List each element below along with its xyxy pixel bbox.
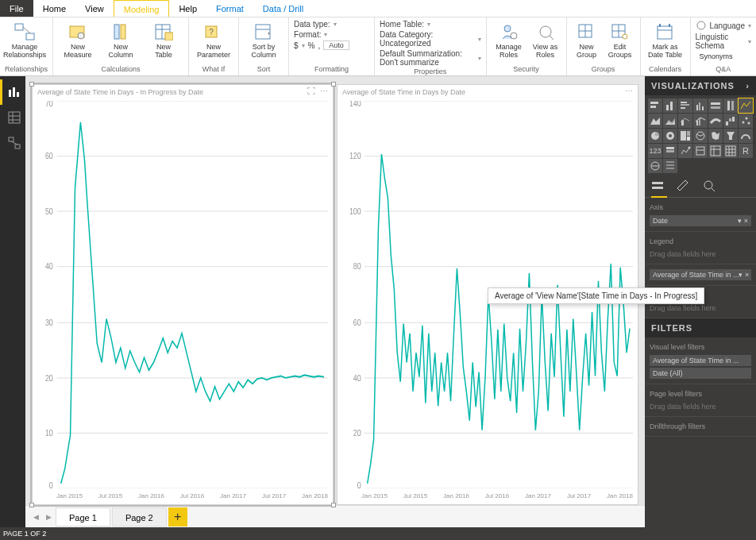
axis-field-item[interactable]: Date▾ × xyxy=(650,215,751,226)
page-filters-dropzone[interactable]: Drag data fields here xyxy=(650,400,751,413)
tab-modeling[interactable]: Modeling xyxy=(114,0,170,17)
language-dropdown[interactable]: Language▾ xyxy=(696,19,752,32)
kpi-icon[interactable] xyxy=(678,144,692,158)
gauge-icon[interactable] xyxy=(739,129,753,143)
svg-rect-109 xyxy=(711,146,720,156)
legend-dropzone[interactable]: Drag data fields here xyxy=(650,248,751,260)
new-column-button[interactable]: NewColumn xyxy=(101,19,141,60)
percent-button[interactable]: % xyxy=(308,41,315,50)
manage-roles-button[interactable]: ManageRoles xyxy=(492,19,526,60)
remove-field-icon[interactable]: × xyxy=(744,217,748,225)
visual-filter-item[interactable]: Average of State Time in ... xyxy=(650,355,751,366)
donut-icon[interactable] xyxy=(663,129,677,143)
values-field-item[interactable]: Average of State Time in ...▾ × xyxy=(650,269,751,280)
stacked-area-icon[interactable] xyxy=(663,114,677,128)
language-label: Language xyxy=(710,21,746,30)
group-calendars-title: Calendars xyxy=(646,65,685,74)
python-visual-icon[interactable] xyxy=(648,159,662,173)
stacked-bar-icon[interactable] xyxy=(648,98,662,113)
tab-format[interactable]: Format xyxy=(206,0,253,17)
default-summarization-dropdown[interactable]: Default Summarization: Don't summarize▾ xyxy=(380,48,480,68)
scatter-icon[interactable] xyxy=(739,114,753,128)
custom-visual-icon[interactable] xyxy=(663,159,677,173)
page-tab-2[interactable]: Page 2 xyxy=(112,507,167,526)
page-tab-1[interactable]: Page 1 xyxy=(56,507,110,526)
tab-file[interactable]: File xyxy=(0,0,33,17)
new-parameter-button[interactable]: ?NewParameter xyxy=(194,19,233,60)
card-icon[interactable]: 123 xyxy=(648,144,662,158)
model-view-button[interactable] xyxy=(0,130,25,156)
svg-point-25 xyxy=(623,34,627,39)
report-view-button[interactable] xyxy=(0,79,25,105)
new-measure-button[interactable]: NewMeasure xyxy=(58,19,98,60)
group-calculations-title: Calculations xyxy=(58,65,183,74)
comma-button[interactable]: , xyxy=(318,41,321,50)
focus-mode-icon[interactable]: ⛶ xyxy=(307,87,317,96)
line-stacked-column-icon[interactable] xyxy=(678,114,692,128)
field-tooltip: Average of 'View Name'[State Time in Day… xyxy=(488,287,704,304)
stacked-column-100-icon[interactable] xyxy=(723,98,738,113)
manage-roles-label: ManageRoles xyxy=(496,44,522,60)
resize-handle-icon[interactable] xyxy=(331,503,336,507)
collapse-icon[interactable]: › xyxy=(746,81,750,91)
decimal-places-input[interactable]: Auto xyxy=(323,40,349,50)
linguistic-schema-dropdown[interactable]: Linguistic Schema▾ xyxy=(696,32,752,51)
resize-handle-icon[interactable] xyxy=(331,82,336,87)
format-label: Format: xyxy=(294,30,321,39)
tab-view[interactable]: View xyxy=(75,0,114,17)
synonyms-button[interactable]: Synonyms xyxy=(696,51,737,61)
line-clustered-column-icon[interactable] xyxy=(693,114,708,128)
filled-map-icon[interactable] xyxy=(708,129,723,143)
slicer-icon[interactable] xyxy=(693,144,708,158)
view-as-roles-button[interactable]: View asRoles xyxy=(530,19,561,60)
map-icon[interactable] xyxy=(693,129,708,143)
visualizations-header[interactable]: VISUALIZATIONS › xyxy=(645,76,756,95)
add-page-button[interactable]: + xyxy=(168,507,187,526)
data-category-dropdown[interactable]: Data Category: Uncategorized▾ xyxy=(380,29,480,48)
line-chart-icon[interactable] xyxy=(739,98,753,113)
analytics-tab-button[interactable] xyxy=(702,179,718,194)
svg-text:20: 20 xyxy=(45,373,53,383)
matrix-icon[interactable] xyxy=(723,144,738,158)
format-tab-button[interactable] xyxy=(677,179,692,194)
tab-datadrill[interactable]: Data / Drill xyxy=(253,0,313,17)
page-next-button[interactable]: ▶ xyxy=(43,511,54,523)
r-visual-icon[interactable]: R xyxy=(739,144,753,158)
more-options-icon[interactable]: ⋯ xyxy=(320,87,330,96)
sort-by-column-button[interactable]: Sort byColumn xyxy=(244,19,284,60)
svg-rect-104 xyxy=(666,147,674,149)
manage-relationships-button[interactable]: ManageRelationships xyxy=(5,19,44,60)
clustered-bar-icon[interactable] xyxy=(678,98,692,113)
stacked-bar-100-icon[interactable] xyxy=(708,98,723,113)
tab-help[interactable]: Help xyxy=(169,0,206,17)
clustered-column-icon[interactable] xyxy=(693,98,708,113)
remove-field-icon[interactable]: × xyxy=(745,271,749,279)
treemap-icon[interactable] xyxy=(678,129,692,143)
pie-icon[interactable] xyxy=(648,129,662,143)
tab-home[interactable]: Home xyxy=(33,0,75,17)
currency-button[interactable]: $ xyxy=(294,41,299,50)
ribbon-chart-icon[interactable] xyxy=(708,114,723,128)
stacked-column-icon[interactable] xyxy=(663,98,677,113)
data-type-dropdown[interactable]: Data type:▾ xyxy=(294,19,369,29)
table-icon[interactable] xyxy=(708,144,723,158)
fields-tab-button[interactable] xyxy=(651,179,667,194)
new-group-button[interactable]: NewGroup xyxy=(572,19,602,60)
visual-filter-item[interactable]: Date (All) xyxy=(650,368,751,379)
home-table-dropdown[interactable]: Home Table:▾ xyxy=(380,19,480,29)
mark-as-date-table-button[interactable]: Mark asDate Table xyxy=(646,19,685,60)
resize-handle-icon[interactable] xyxy=(29,503,34,507)
more-options-icon[interactable]: ⋯ xyxy=(625,87,634,96)
resize-handle-icon[interactable] xyxy=(29,82,34,87)
page-prev-button[interactable]: ◀ xyxy=(30,511,41,523)
new-table-button[interactable]: NewTable xyxy=(144,19,183,60)
edit-groups-button[interactable]: EditGroups xyxy=(605,19,635,60)
waterfall-icon[interactable] xyxy=(723,114,738,128)
multi-row-card-icon[interactable] xyxy=(663,144,677,158)
format-dropdown[interactable]: Format:▾ xyxy=(294,29,369,40)
data-view-button[interactable] xyxy=(0,105,25,130)
line-chart-visual-1[interactable]: ⛶ ⋯ Average of State Time in Days - In P… xyxy=(32,84,334,505)
group-formatting-title: Formatting xyxy=(294,65,369,74)
area-chart-icon[interactable] xyxy=(648,114,662,128)
funnel-icon[interactable] xyxy=(723,129,738,143)
